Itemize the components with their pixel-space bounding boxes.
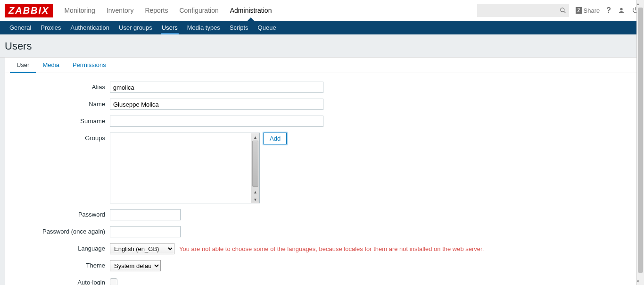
row-theme: Theme System default xyxy=(5,260,639,271)
label-name: Name xyxy=(5,99,110,108)
menu-monitoring[interactable]: Monitoring xyxy=(58,0,100,21)
password2-input[interactable] xyxy=(110,226,181,237)
multiselect-scrollbar[interactable]: ▴ ▴ ▾ xyxy=(251,133,259,203)
language-select[interactable]: English (en_GB) xyxy=(110,243,174,254)
menu-inventory[interactable]: Inventory xyxy=(101,0,140,21)
share-icon: Z xyxy=(576,7,582,14)
window-scroll-thumb[interactable] xyxy=(638,8,643,273)
subnav-proxies[interactable]: Proxies xyxy=(36,21,66,34)
row-language: Language English (en_GB) You are not abl… xyxy=(5,243,639,254)
scroll-up-icon[interactable]: ▴ xyxy=(251,133,259,141)
label-language: Language xyxy=(5,243,110,252)
top-bar: ZABBIX Monitoring Inventory Reports Conf… xyxy=(0,0,644,21)
row-name: Name xyxy=(5,99,639,110)
row-password2: Password (once again) xyxy=(5,226,639,237)
row-password: Password xyxy=(5,209,639,220)
row-autologin: Auto-login xyxy=(5,277,639,285)
scroll-down-icon[interactable]: ▾ xyxy=(251,195,259,203)
top-menu: Monitoring Inventory Reports Configurati… xyxy=(58,0,477,21)
subnav-authentication[interactable]: Authentication xyxy=(66,21,114,34)
user-icon[interactable] xyxy=(618,7,625,14)
tab-media[interactable]: Media xyxy=(36,58,66,73)
label-autologin: Auto-login xyxy=(5,277,110,285)
subnav-queue[interactable]: Queue xyxy=(253,21,281,34)
alias-input[interactable] xyxy=(110,82,323,93)
label-password2: Password (once again) xyxy=(5,226,110,235)
user-form: Alias Name Surname Groups ▴ xyxy=(5,73,639,285)
svg-line-1 xyxy=(563,11,565,13)
tab-user[interactable]: User xyxy=(10,58,36,73)
chevron-up-icon[interactable]: ▴ xyxy=(637,0,639,8)
theme-select[interactable]: System default xyxy=(110,260,161,271)
subnav-usergroups[interactable]: User groups xyxy=(114,21,157,34)
autologin-checkbox[interactable] xyxy=(110,278,117,285)
label-theme: Theme xyxy=(5,260,110,269)
name-input[interactable] xyxy=(110,99,323,110)
menu-administration[interactable]: Administration xyxy=(224,0,278,21)
tabs: User Media Permissions xyxy=(5,58,639,73)
page-title: Users xyxy=(5,40,639,52)
search-input[interactable] xyxy=(480,7,560,14)
help-icon[interactable]: ? xyxy=(606,6,611,15)
page-header: Users xyxy=(0,34,644,58)
row-groups: Groups ▴ ▴ ▾ Add xyxy=(5,133,639,203)
svg-point-2 xyxy=(620,8,622,10)
add-button[interactable]: Add xyxy=(264,133,287,144)
language-warning: You are not able to choose some of the l… xyxy=(179,245,484,252)
search-icon[interactable] xyxy=(560,7,566,14)
share-label: Share xyxy=(584,7,600,14)
sub-nav: General Proxies Authentication User grou… xyxy=(0,21,644,34)
row-alias: Alias xyxy=(5,82,639,93)
surname-input[interactable] xyxy=(110,116,323,127)
menu-reports[interactable]: Reports xyxy=(139,0,173,21)
tab-permissions[interactable]: Permissions xyxy=(66,58,113,73)
groups-multiselect[interactable]: ▴ ▴ ▾ xyxy=(110,133,260,203)
svg-point-0 xyxy=(560,8,564,12)
chevron-down-icon[interactable]: ▾ xyxy=(637,277,639,285)
subnav-scripts[interactable]: Scripts xyxy=(225,21,253,34)
subnav-general[interactable]: General xyxy=(5,21,36,34)
label-surname: Surname xyxy=(5,116,110,125)
subnav-users[interactable]: Users xyxy=(157,21,182,34)
share-button[interactable]: Z Share xyxy=(576,7,600,14)
top-right: Z Share ? xyxy=(477,4,639,17)
row-surname: Surname xyxy=(5,116,639,127)
password-input[interactable] xyxy=(110,209,181,220)
label-password: Password xyxy=(5,209,110,218)
content-area: User Media Permissions Alias Name Surnam… xyxy=(0,58,644,285)
window-scrollbar[interactable]: ▴ ▾ xyxy=(636,0,644,285)
label-groups: Groups xyxy=(5,133,110,142)
search-wrap xyxy=(477,4,569,17)
menu-configuration[interactable]: Configuration xyxy=(173,0,224,21)
scroll-up2-icon[interactable]: ▴ xyxy=(251,188,259,195)
user-panel: User Media Permissions Alias Name Surnam… xyxy=(5,58,639,285)
label-alias: Alias xyxy=(5,82,110,91)
scroll-thumb[interactable] xyxy=(252,141,258,187)
brand-logo[interactable]: ZABBIX xyxy=(5,4,53,17)
subnav-mediatypes[interactable]: Media types xyxy=(182,21,225,34)
